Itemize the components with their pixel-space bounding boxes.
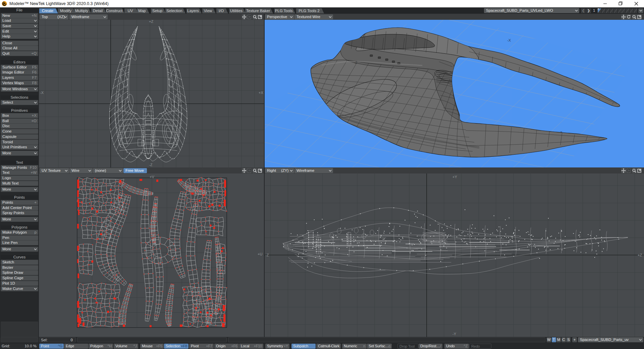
svg-text:-Z: -Z bbox=[149, 163, 153, 167]
svg-text:-Y: -Y bbox=[452, 332, 457, 336]
svg-text:-Z: -Z bbox=[265, 253, 269, 257]
svg-text:+Z: +Z bbox=[149, 20, 153, 23]
svg-text:+X: +X bbox=[259, 91, 263, 95]
svg-text:-X: -X bbox=[40, 91, 44, 95]
svg-text:-Z: -Z bbox=[354, 61, 357, 64]
svg-text:-X: -X bbox=[507, 38, 511, 42]
svg-text:+Z: +Z bbox=[638, 253, 642, 257]
svg-text:+V: +V bbox=[150, 175, 154, 179]
svg-text:+U: +U bbox=[258, 252, 262, 256]
svg-text:+Y: +Y bbox=[452, 175, 457, 179]
